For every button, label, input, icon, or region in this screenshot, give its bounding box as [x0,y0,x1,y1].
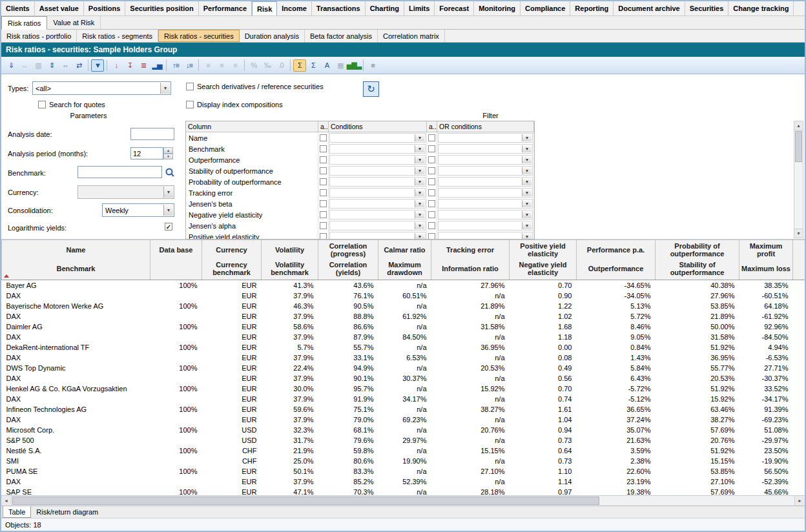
permille-icon[interactable]: ‰ [261,59,274,72]
benchmark-input[interactable] [78,166,162,178]
table-row[interactable]: DAXEUR37.9%85.2%52.39%n/a1.1423.19%27.10… [2,476,805,487]
table-row[interactable]: DAXEUR37.9%91.9%34.17%n/a0.74-5.12%15.92… [2,394,805,404]
menu-item-performance[interactable]: Performance [199,1,252,15]
table-row[interactable]: S&P 500USD31.7%79.6%29.97%n/a0.7321.63%2… [2,435,805,445]
filter-checkbox[interactable] [428,233,435,240]
filter-icon[interactable]: ▼ [91,59,104,72]
search-quotes-checkbox[interactable]: Search for quotes [38,101,105,108]
column-header-maximum-profit[interactable]: Maximum profitMaximum loss [739,240,793,280]
table-row[interactable]: SMICHF25.0%80.6%19.90%n/a0.732.38%15.15%… [2,456,805,466]
consolidation-select[interactable]: Weekly ▾ [102,203,174,217]
table-row[interactable]: SAP SE100%EUR47.1%70.3%n/a28.18%0.9719.3… [2,487,805,495]
table-row[interactable]: DAXEUR37.9%88.8%61.92%n/a1.025.72%21.89%… [2,311,805,322]
filter-checkbox[interactable] [428,189,435,196]
column-header-probability-of-outperformance[interactable]: Probability of outperformanceStability o… [656,240,739,280]
menu-item-positions[interactable]: Positions [84,1,126,15]
scroll-up-icon[interactable]: ▲ [794,121,803,130]
menu-item-income[interactable]: Income [277,1,312,15]
filter-conditions-select[interactable]: ▾ [329,166,426,176]
menu-item-securities-position[interactable]: Securities position [125,1,198,15]
scroll-down-icon[interactable]: ▼ [794,229,803,238]
display-index-checkbox[interactable]: Display index compositions [186,101,283,108]
sum-icon[interactable]: Σ [293,59,306,72]
filter-checkbox[interactable] [320,200,327,207]
table-row[interactable]: DAXEUR37.9%87.9%84.50%n/a1.189.05%31.58%… [2,332,805,342]
scrollbar-thumb[interactable] [12,496,599,505]
column-header-data-base[interactable]: Data base [150,240,202,280]
menu-item-clients[interactable]: Clients [1,1,35,15]
column-header-performance-p-a[interactable]: Performance p.a.Outperformance [577,240,656,280]
analysis-date-input[interactable] [130,128,174,140]
view-tab-table[interactable]: Table [3,506,31,518]
totals-row-icon[interactable]: ≣ [137,59,150,72]
types-select[interactable]: <all> ▾ [32,81,171,95]
benchmark-search-button[interactable] [163,166,176,179]
filter-checkbox[interactable] [320,211,327,218]
filter-or-conditions-select[interactable]: ▾ [438,188,533,198]
statistics-icon[interactable]: Σ [307,59,320,72]
filter-or-conditions-select[interactable]: ▾ [438,155,533,165]
filter-conditions-select[interactable]: ▾ [329,188,426,198]
filter-conditions-select[interactable]: ▾ [329,177,426,187]
align-center-icon[interactable]: ≡ [215,59,228,72]
tab-value-at-risk[interactable]: Value at Risk [47,16,101,29]
histogram-icon[interactable]: ▂▅ [150,59,163,72]
row-height-icon[interactable]: ⇕ [45,59,58,72]
table-row[interactable]: DekaRent-international TF100%EUR5.7%55.7… [2,342,805,353]
filter-checkbox[interactable] [428,167,435,174]
subtab-duration-analysis[interactable]: Duration analysis [240,30,305,42]
menu-item-monitoring[interactable]: Monitoring [474,1,521,15]
column-header-tracking-error[interactable]: Tracking errorInformation ratio [431,240,510,280]
table-row[interactable]: PUMA SE100%EUR50.1%83.3%n/a27.10%1.1022.… [2,466,805,476]
column-header-calmar-ratio[interactable]: Calmar ratioMaximum drawdown [378,240,431,280]
filter-conditions-select[interactable]: ▾ [329,232,426,240]
table-row[interactable]: DAXEUR37.9%33.1%6.53%n/a0.081.43%36.95%-… [2,353,805,363]
column-header-volatility[interactable]: VolatilityVolatility benchmark [262,240,318,280]
subtab-risk-ratios-portfolio[interactable]: Risk ratios - portfolio [1,30,77,42]
menu-item-limits[interactable]: Limits [404,1,435,15]
table-row[interactable]: DWS Top Dynamic100%EUR22.4%94.9%n/a20.53… [2,363,805,373]
horizontal-scrollbar[interactable]: ◄ ► [1,495,805,506]
filter-conditions-select[interactable]: ▾ [329,210,426,220]
jump-to-bottom-icon[interactable]: ↧ [123,59,136,72]
spinner-up-icon[interactable]: ▲ [163,147,173,154]
menu-item-asset-value[interactable]: Asset value [35,1,84,15]
subtab-beta-factor-analysis[interactable]: Beta factor analysis [305,30,378,42]
subtab-correlation-matrix[interactable]: Correlation matrix [378,30,445,42]
filter-or-conditions-select[interactable]: ▾ [438,166,533,176]
view-tab-risk-return-diagram[interactable]: Risk/return diagram [31,506,103,518]
filter-checkbox[interactable] [428,222,435,229]
filter-or-conditions-select[interactable]: ▾ [438,177,533,187]
decimals-icon[interactable]: .0 [274,59,287,72]
sort-descending-icon[interactable]: ↓≡ [183,59,196,72]
filter-or-conditions-select[interactable]: ▾ [438,232,533,240]
subtab-risk-ratios-securities[interactable]: Risk ratios - securities [158,30,240,42]
align-right-icon[interactable]: ≡ [229,59,242,72]
filter-checkbox[interactable] [320,145,327,152]
refresh-button[interactable]: ↻ [363,81,379,97]
percent-icon[interactable]: % [247,59,260,72]
stop-icon[interactable]: ■ [366,59,379,72]
menu-item-document-archive[interactable]: Document archive [614,1,685,15]
table-row[interactable]: Henkel AG & Co. KGaA Vorzugsaktien100%EU… [2,384,805,394]
tab-risk-ratios[interactable]: Risk ratios [1,16,47,30]
align-left-icon[interactable]: ≡ [202,59,214,72]
menu-item-transactions[interactable]: Transactions [312,1,366,15]
export-icon[interactable]: ⇓ [5,59,17,72]
filter-conditions-select[interactable]: ▾ [329,155,426,165]
menu-item-change-tracking[interactable]: Change tracking [728,1,794,15]
table-row[interactable]: DAXEUR37.9%79.0%69.23%n/a1.0437.24%38.27… [2,414,805,425]
font-icon[interactable]: A [320,59,333,72]
filter-checkbox[interactable] [428,156,435,163]
table-row[interactable]: Infineon Technologies AG100%EUR59.6%75.1… [2,404,805,414]
table-row[interactable]: Bayer AG100%EUR41.3%43.6%n/a27.96%0.70-3… [2,280,805,291]
filter-checkbox[interactable] [428,178,435,185]
filter-or-conditions-select[interactable]: ▾ [438,144,533,154]
table-row[interactable]: Daimler AG100%EUR58.6%86.6%n/a31.58%1.68… [2,322,805,332]
filter-or-conditions-select[interactable]: ▾ [438,199,533,209]
filter-checkbox[interactable] [320,167,327,174]
menu-item-charting[interactable]: Charting [366,1,404,15]
subtab-risk-ratios-segments[interactable]: Risk ratios - segments [77,30,158,42]
analysis-period-spinner[interactable]: ▲ ▼ [163,147,173,159]
scroll-right-icon[interactable]: ► [794,496,805,506]
